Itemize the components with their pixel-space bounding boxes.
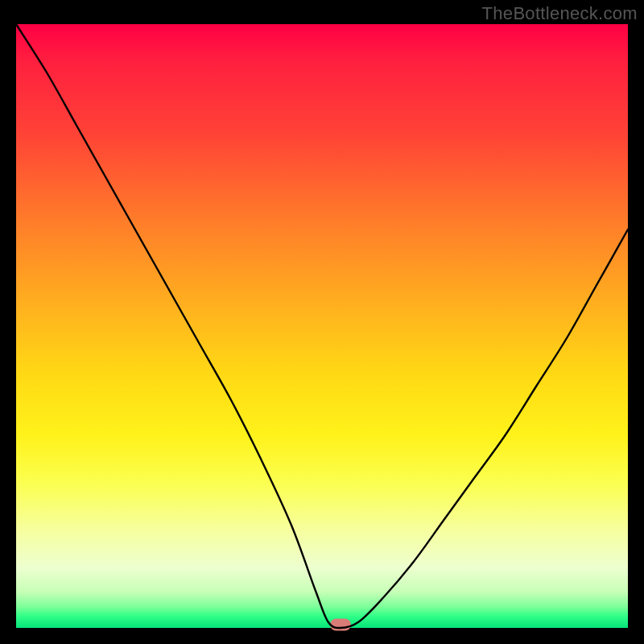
chart-frame: TheBottleneck.com bbox=[0, 0, 644, 644]
plot-area bbox=[16, 24, 628, 628]
bottleneck-curve bbox=[16, 24, 628, 628]
curve-svg bbox=[16, 24, 628, 628]
watermark-text: TheBottleneck.com bbox=[482, 3, 638, 24]
